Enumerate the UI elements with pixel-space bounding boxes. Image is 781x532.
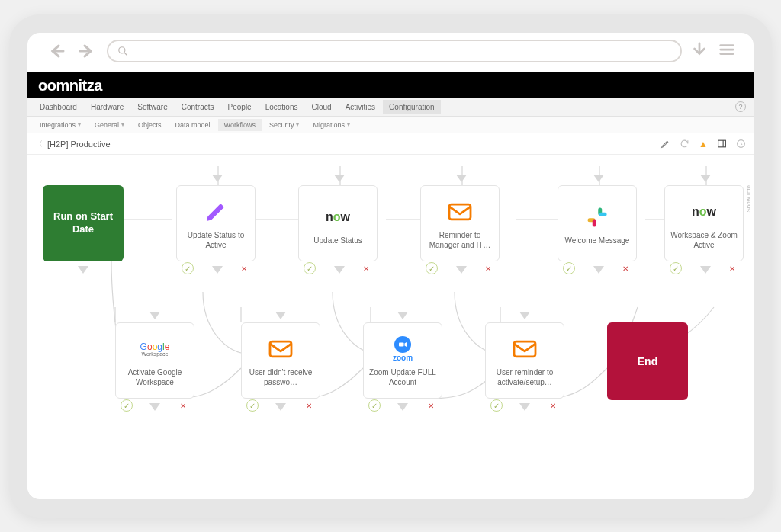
x-badge: ✕ — [726, 262, 738, 274]
x-badge: ✕ — [303, 399, 315, 412]
x-badge: ✕ — [619, 262, 632, 274]
node-reminder-manager[interactable]: Reminder to Manager and IT… ✓ ✕ — [420, 185, 500, 261]
forward-button[interactable] — [76, 40, 98, 62]
svg-rect-17 — [399, 343, 404, 347]
svg-rect-19 — [514, 341, 535, 357]
check-badge: ✓ — [182, 262, 194, 274]
svg-rect-14 — [593, 219, 596, 226]
nav-dashboard[interactable]: Dashboard — [34, 100, 83, 114]
svg-rect-11 — [449, 204, 471, 220]
device-frame: oomnitza Dashboard Hardware Software Con… — [9, 14, 772, 518]
nav-hardware[interactable]: Hardware — [85, 100, 130, 114]
download-icon[interactable] — [691, 41, 708, 61]
svg-rect-16 — [270, 341, 291, 357]
check-badge: ✓ — [246, 399, 259, 412]
svg-line-3 — [124, 53, 127, 56]
check-badge: ✓ — [490, 399, 503, 412]
help-icon[interactable]: ? — [735, 101, 746, 112]
page-title: [H2P] Productive — [47, 139, 111, 149]
mail-icon — [512, 334, 538, 364]
nav-activities[interactable]: Activities — [339, 100, 381, 114]
breadcrumb-back[interactable]: 〈 — [35, 139, 43, 149]
page-title-bar: 〈 [H2P] Productive ▲ — [27, 133, 754, 155]
mail-icon — [447, 197, 473, 227]
history-icon[interactable] — [736, 139, 746, 149]
node-update-status[interactable]: now Update Status ✓ ✕ — [298, 185, 378, 261]
check-badge: ✓ — [121, 399, 133, 412]
node-welcome-message[interactable]: Welcome Message ✓ ✕ — [558, 185, 637, 261]
node-update-status-active[interactable]: Update Status to Active ✓ ✕ — [176, 185, 256, 261]
slack-icon — [586, 202, 609, 232]
nav-contracts[interactable]: Contracts — [175, 100, 220, 114]
main-nav: Dashboard Hardware Software Contracts Pe… — [27, 98, 754, 117]
check-badge: ✓ — [426, 262, 438, 274]
check-badge: ✓ — [368, 399, 381, 412]
node-activate-google-workspace[interactable]: Google Workspace Activate Google Workspa… — [115, 322, 194, 399]
node-start[interactable]: Run on Start Date — [43, 185, 124, 261]
panel-icon[interactable] — [717, 139, 727, 149]
mail-icon — [268, 334, 294, 364]
address-bar[interactable] — [107, 40, 682, 62]
title-tools: ▲ — [660, 139, 746, 149]
check-badge: ✓ — [563, 262, 575, 274]
edit-icon[interactable] — [660, 139, 670, 149]
subnav-workflows[interactable]: Workflows — [218, 119, 262, 131]
nav-configuration[interactable]: Configuration — [383, 100, 440, 114]
subnav-objects[interactable]: Objects — [132, 119, 168, 131]
menu-icon[interactable] — [718, 41, 735, 61]
subnav-security[interactable]: Security▾ — [263, 119, 306, 131]
subnav-migrations[interactable]: Migrations▾ — [307, 119, 356, 131]
x-badge: ✕ — [177, 399, 189, 412]
svg-rect-8 — [718, 140, 726, 147]
nav-people[interactable]: People — [222, 100, 258, 114]
svg-marker-18 — [404, 342, 407, 347]
show-info-tab[interactable]: Show Info — [745, 185, 752, 213]
search-icon — [117, 46, 128, 56]
pencil-icon — [204, 197, 227, 227]
browser-right-controls — [691, 41, 735, 61]
x-badge: ✕ — [547, 399, 559, 412]
subnav-data-model[interactable]: Data model — [169, 119, 217, 131]
svg-point-2 — [119, 47, 125, 53]
node-workspace-zoom-active[interactable]: now Workspace & Zoom Active ✓ ✕ — [664, 185, 744, 261]
node-zoom-full-account[interactable]: zoom Zoom Update FULL Account ✓ ✕ — [363, 322, 442, 399]
zoom-icon: zoom — [393, 334, 413, 364]
now-icon: now — [692, 197, 716, 227]
x-badge: ✕ — [482, 262, 494, 274]
subnav-general[interactable]: General▾ — [88, 119, 130, 131]
node-end[interactable]: End — [607, 322, 688, 400]
x-badge: ✕ — [360, 262, 372, 274]
check-badge: ✓ — [304, 262, 316, 274]
google-workspace-icon: Google Workspace — [140, 334, 170, 364]
nav-locations[interactable]: Locations — [259, 100, 304, 114]
nav-software[interactable]: Software — [131, 100, 173, 114]
now-icon: now — [326, 202, 350, 232]
browser-bar — [27, 33, 754, 72]
nav-cloud[interactable]: Cloud — [306, 100, 338, 114]
check-badge: ✓ — [670, 262, 682, 274]
sub-nav: Integrations▾ General▾ Objects Data mode… — [27, 117, 754, 133]
refresh-icon[interactable] — [680, 139, 689, 149]
app-header: oomnitza — [27, 72, 754, 98]
brand-logo: oomnitza — [38, 77, 102, 95]
workflow-canvas[interactable]: Show Info — [27, 155, 754, 498]
node-user-no-password[interactable]: User didn't receive passwo… ✓ ✕ — [241, 322, 320, 399]
warning-icon[interactable]: ▲ — [699, 139, 708, 149]
node-user-reminder-activate[interactable]: User reminder to activate/setup… ✓ ✕ — [485, 322, 564, 399]
x-badge: ✕ — [238, 262, 250, 274]
subnav-integrations[interactable]: Integrations▾ — [34, 119, 87, 131]
x-badge: ✕ — [425, 399, 437, 412]
back-button[interactable] — [46, 40, 67, 62]
svg-rect-15 — [599, 212, 607, 216]
